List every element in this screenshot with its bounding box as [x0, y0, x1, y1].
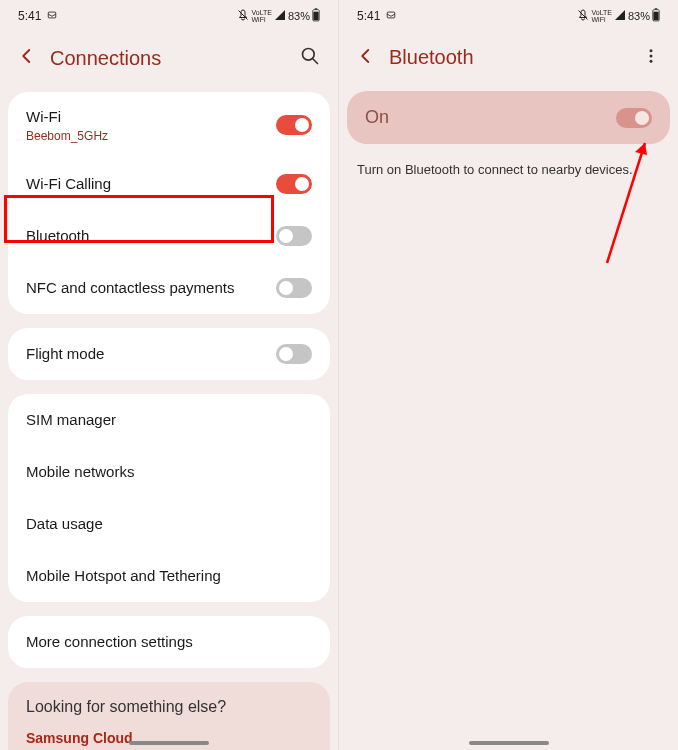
nfc-row[interactable]: NFC and contactless payments [8, 262, 330, 314]
svg-rect-4 [315, 8, 318, 9]
settings-card: Wi-Fi Beebom_5GHz Wi-Fi Calling Bluetoot… [8, 92, 330, 314]
settings-card: More connection settings [8, 616, 330, 668]
header: Connections [0, 28, 338, 92]
wifi-calling-label: Wi-Fi Calling [26, 174, 111, 194]
settings-card: Flight mode [8, 328, 330, 380]
bluetooth-row[interactable]: Bluetooth [8, 210, 330, 262]
signal-icon: VoLTEWiFi [591, 9, 612, 23]
battery-icon [312, 8, 320, 24]
status-bar: 5:41 VoLTEWiFi 83% [0, 0, 338, 28]
status-bar: 5:41 VoLTEWiFi 83% [339, 0, 678, 28]
nav-indicator[interactable] [129, 741, 209, 745]
sim-manager-row[interactable]: SIM manager [8, 394, 330, 446]
sim-manager-label: SIM manager [26, 410, 116, 430]
svg-line-1 [239, 11, 248, 20]
bluetooth-help-text: Turn on Bluetooth to connect to nearby d… [339, 158, 678, 181]
battery-percent: 83% [288, 10, 310, 22]
hotspot-row[interactable]: Mobile Hotspot and Tethering [8, 550, 330, 602]
mobile-networks-label: Mobile networks [26, 462, 134, 482]
notification-icon [386, 9, 396, 23]
mute-icon [237, 9, 249, 23]
flight-mode-label: Flight mode [26, 344, 104, 364]
mobile-networks-row[interactable]: Mobile networks [8, 446, 330, 498]
nfc-toggle[interactable] [276, 278, 312, 298]
search-icon[interactable] [300, 46, 320, 70]
wifi-row[interactable]: Wi-Fi Beebom_5GHz [8, 92, 330, 158]
bluetooth-on-card: On [347, 91, 670, 144]
status-time: 5:41 [357, 9, 380, 23]
arrow-annotation [597, 128, 657, 268]
wifi-calling-row[interactable]: Wi-Fi Calling [8, 158, 330, 210]
search-suggestions-title: Looking for something else? [26, 698, 312, 716]
bluetooth-toggle[interactable] [276, 226, 312, 246]
header: Bluetooth [339, 28, 678, 91]
wifi-label: Wi-Fi [26, 107, 108, 127]
svg-rect-11 [655, 8, 658, 9]
flight-mode-toggle[interactable] [276, 344, 312, 364]
signal-icon: VoLTEWiFi [251, 9, 272, 23]
settings-card: SIM manager Mobile networks Data usage M… [8, 394, 330, 602]
more-icon[interactable] [642, 47, 660, 69]
battery-percent: 83% [628, 10, 650, 22]
nfc-label: NFC and contactless payments [26, 278, 234, 298]
more-settings-label: More connection settings [26, 632, 193, 652]
svg-line-8 [579, 11, 588, 20]
svg-point-13 [650, 54, 653, 57]
notification-icon [47, 9, 57, 23]
back-icon[interactable] [18, 47, 36, 69]
svg-marker-16 [635, 143, 647, 155]
bluetooth-screen: 5:41 VoLTEWiFi 83% Bluetooth [339, 0, 678, 750]
signal-bars-icon [274, 9, 286, 23]
data-usage-label: Data usage [26, 514, 103, 534]
page-title: Bluetooth [389, 46, 628, 69]
svg-point-12 [650, 49, 653, 52]
connections-screen: 5:41 VoLTEWiFi 83% Connections [0, 0, 339, 750]
search-suggestions-card: Looking for something else? Samsung Clou… [8, 682, 330, 751]
status-time: 5:41 [18, 9, 41, 23]
more-settings-row[interactable]: More connection settings [8, 616, 330, 668]
back-icon[interactable] [357, 47, 375, 69]
data-usage-row[interactable]: Data usage [8, 498, 330, 550]
wifi-toggle[interactable] [276, 115, 312, 135]
battery-icon [652, 8, 660, 24]
bluetooth-master-toggle[interactable] [616, 108, 652, 128]
svg-rect-3 [313, 12, 318, 21]
on-label: On [365, 107, 389, 128]
hotspot-label: Mobile Hotspot and Tethering [26, 566, 221, 586]
svg-point-14 [650, 59, 653, 62]
wifi-calling-toggle[interactable] [276, 174, 312, 194]
flight-mode-row[interactable]: Flight mode [8, 328, 330, 380]
signal-bars-icon [614, 9, 626, 23]
mute-icon [577, 9, 589, 23]
page-title: Connections [50, 47, 286, 70]
nav-indicator[interactable] [469, 741, 549, 745]
svg-line-6 [313, 59, 318, 64]
svg-rect-10 [653, 12, 658, 21]
wifi-sublabel: Beebom_5GHz [26, 129, 108, 143]
bluetooth-label: Bluetooth [26, 226, 89, 246]
